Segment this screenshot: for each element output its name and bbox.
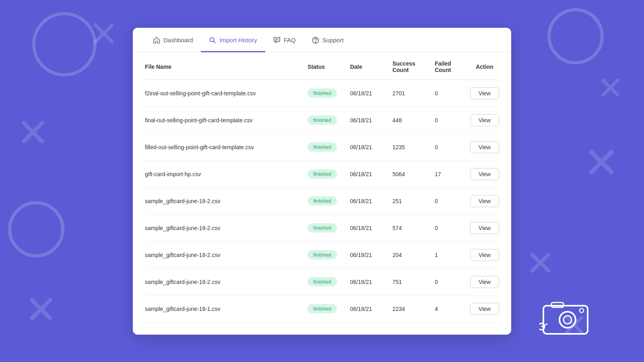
cell-status: finished xyxy=(303,214,345,241)
status-badge: finished xyxy=(308,196,337,206)
tab-dashboard[interactable]: Dashboard xyxy=(145,28,201,52)
cell-success-count: 574 xyxy=(388,214,430,241)
cell-failed-count: 0 xyxy=(430,80,465,107)
cell-success-count: 204 xyxy=(388,241,430,268)
main-card: Dashboard Import History FAQ Support xyxy=(133,28,511,335)
cell-status: finished xyxy=(303,80,345,107)
cell-date: 06/18/21 xyxy=(345,80,388,107)
cell-failed-count: 0 xyxy=(430,214,465,241)
table-header-row: File Name Status Date Success Count Fail… xyxy=(145,52,499,80)
col-header-action: Action xyxy=(465,52,499,80)
table-row: final-out-selling-point-gift-card-templa… xyxy=(145,107,499,134)
camera-decoration xyxy=(539,298,596,338)
tab-support[interactable]: Support xyxy=(304,28,352,52)
table-row: f2inal-out-selling-point-gift-card-templ… xyxy=(145,80,499,107)
cell-action: View xyxy=(465,134,499,160)
cell-action: View xyxy=(465,295,499,322)
view-button[interactable]: View xyxy=(470,114,499,126)
table-row: sample_giftcard-june-18-2.csv finished 0… xyxy=(145,214,499,241)
view-button[interactable]: View xyxy=(470,141,499,153)
view-button[interactable]: View xyxy=(470,276,499,288)
cell-success-count: 251 xyxy=(388,187,430,214)
cell-filename: gift-card-import-hp.csv xyxy=(145,160,303,187)
status-badge: finished xyxy=(308,169,337,179)
status-badge: finished xyxy=(308,142,337,152)
nav-tabs: Dashboard Import History FAQ Support xyxy=(133,28,511,52)
cell-filename: final-out-selling-point-gift-card-templa… xyxy=(145,107,303,134)
view-button[interactable]: View xyxy=(470,87,499,99)
cell-filename: sample_giftcard-june-18-1.csv xyxy=(145,295,303,322)
cell-success-count: 5064 xyxy=(388,160,430,187)
view-button[interactable]: View xyxy=(470,195,499,207)
cell-action: View xyxy=(465,160,499,187)
chat-icon xyxy=(273,37,281,44)
svg-rect-0 xyxy=(543,306,588,334)
status-badge: finished xyxy=(308,223,337,232)
status-badge: finished xyxy=(308,250,337,259)
cell-filename: sample_giftcard-june-18-2.csv xyxy=(145,268,303,295)
table-row: gift-card-import-hp.csv finished 06/18/2… xyxy=(145,160,499,187)
table-row: sample_giftcard-june-18-1.csv finished 0… xyxy=(145,295,499,322)
svg-point-2 xyxy=(564,316,572,324)
table-row: sample_giftcard-june-18-2.csv finished 0… xyxy=(145,187,499,214)
help-icon xyxy=(312,37,319,44)
cell-status: finished xyxy=(303,295,345,322)
view-button[interactable]: View xyxy=(470,222,499,234)
cell-failed-count: 0 xyxy=(430,187,465,214)
svg-point-4 xyxy=(580,309,584,313)
view-button[interactable]: View xyxy=(470,249,499,261)
status-badge: finished xyxy=(308,115,337,125)
cell-filename: sample_giftcard-june-18-2.csv xyxy=(145,214,303,241)
col-header-status: Status xyxy=(303,52,345,80)
cell-date: 06/18/21 xyxy=(345,160,388,187)
search-icon xyxy=(209,37,216,44)
cell-action: View xyxy=(465,80,499,107)
col-header-failed: Failed Count xyxy=(430,52,465,80)
svg-line-8 xyxy=(214,41,216,43)
svg-point-7 xyxy=(210,37,214,41)
view-button[interactable]: View xyxy=(470,168,499,180)
status-badge: finished xyxy=(308,304,337,313)
tab-faq[interactable]: FAQ xyxy=(265,28,304,52)
cell-action: View xyxy=(465,187,499,214)
cell-filename: filled-out-selling-point-gift-card-templ… xyxy=(145,134,303,160)
cell-status: finished xyxy=(303,268,345,295)
home-icon xyxy=(153,37,160,44)
cell-filename: sample_giftcard-june-18-2.csv xyxy=(145,241,303,268)
cell-success-count: 448 xyxy=(388,107,430,134)
cell-success-count: 2701 xyxy=(388,80,430,107)
cell-failed-count: 4 xyxy=(430,295,465,322)
table-row: filled-out-selling-point-gift-card-templ… xyxy=(145,134,499,160)
cell-status: finished xyxy=(303,160,345,187)
cell-failed-count: 0 xyxy=(430,134,465,160)
cell-date: 06/18/21 xyxy=(345,187,388,214)
import-history-table: File Name Status Date Success Count Fail… xyxy=(145,52,499,323)
status-badge: finished xyxy=(308,277,337,286)
cell-date: 06/18/21 xyxy=(345,268,388,295)
svg-point-12 xyxy=(315,41,316,42)
cell-action: View xyxy=(465,268,499,295)
cell-filename: sample_giftcard-june-18-2.csv xyxy=(145,187,303,214)
cell-action: View xyxy=(465,107,499,134)
cell-failed-count: 1 xyxy=(430,241,465,268)
cell-failed-count: 17 xyxy=(430,160,465,187)
cell-status: finished xyxy=(303,107,345,134)
tab-import-history[interactable]: Import History xyxy=(201,28,265,52)
svg-line-6 xyxy=(541,324,547,327)
table-container: File Name Status Date Success Count Fail… xyxy=(133,52,511,335)
cell-status: finished xyxy=(303,187,345,214)
cell-date: 06/18/21 xyxy=(345,107,388,134)
cell-success-count: 1235 xyxy=(388,134,430,160)
cell-date: 06/18/21 xyxy=(345,241,388,268)
cell-success-count: 2234 xyxy=(388,295,430,322)
col-header-filename: File Name xyxy=(145,52,303,80)
status-badge: finished xyxy=(308,88,337,98)
cell-failed-count: 0 xyxy=(430,107,465,134)
cell-status: finished xyxy=(303,134,345,160)
cell-action: View xyxy=(465,214,499,241)
cell-date: 06/18/21 xyxy=(345,214,388,241)
col-header-date: Date xyxy=(345,52,388,80)
view-button[interactable]: View xyxy=(470,303,499,315)
col-header-success: Success Count xyxy=(388,52,430,80)
cell-date: 06/18/21 xyxy=(345,295,388,322)
